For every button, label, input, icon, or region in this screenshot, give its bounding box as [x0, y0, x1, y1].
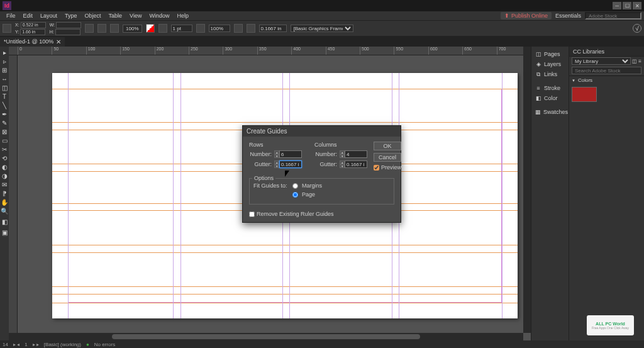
effects-icon[interactable]: [196, 24, 205, 33]
zoom-level[interactable]: 100%: [123, 25, 142, 33]
maximize-button[interactable]: ☐: [623, 2, 631, 9]
close-window-button[interactable]: ✕: [633, 2, 641, 9]
text-wrap-icon[interactable]: [234, 24, 243, 33]
color-swatch[interactable]: [572, 87, 597, 102]
cancel-button[interactable]: Cancel: [374, 153, 401, 162]
row-guide[interactable]: [52, 303, 518, 303]
menu-edit[interactable]: Edit: [19, 13, 37, 19]
library-dropdown[interactable]: My Library: [572, 57, 631, 65]
row-guide[interactable]: [52, 294, 518, 295]
cols-gutter-input[interactable]: [345, 160, 367, 168]
colors-section[interactable]: Colors: [569, 76, 644, 84]
links-panel-button[interactable]: ⧉Links: [531, 69, 569, 79]
menu-help[interactable]: Help: [173, 13, 192, 19]
document-tab[interactable]: *Untitled-1 @ 100% ✕: [0, 37, 65, 47]
horizontal-scrollbar[interactable]: [9, 333, 523, 340]
status-zoom[interactable]: 14: [3, 342, 8, 347]
flip-h-icon[interactable]: [97, 24, 106, 33]
menu-table[interactable]: Table: [105, 13, 126, 19]
row-guide[interactable]: [52, 286, 518, 287]
rows-gutter-input[interactable]: [279, 160, 302, 168]
minimize-button[interactable]: ─: [613, 2, 621, 9]
line-tool-icon[interactable]: ╲: [0, 101, 9, 109]
x-input[interactable]: [21, 22, 46, 28]
layers-panel-button[interactable]: ◈Layers: [531, 59, 569, 69]
selection-tool-icon[interactable]: ▸: [0, 48, 9, 57]
scale-field[interactable]: [209, 25, 230, 32]
rectangle-tool-icon[interactable]: ▭: [0, 136, 9, 145]
ok-button[interactable]: OK: [374, 142, 401, 150]
row-guide[interactable]: [52, 89, 518, 89]
collapsed-panels: ◫Pages ◈Layers ⧉Links ≡Stroke ◧Color ▦Sw…: [531, 47, 569, 348]
gutter-control[interactable]: [259, 25, 287, 32]
align-icon[interactable]: [247, 24, 255, 33]
row-guide[interactable]: [52, 252, 518, 253]
scissors-tool-icon[interactable]: ✂: [0, 145, 9, 154]
gradient-feather-icon[interactable]: ◑: [0, 171, 9, 180]
remove-existing-checkbox[interactable]: Remove Existing Ruler Guides: [249, 211, 394, 217]
pencil-tool-icon[interactable]: ✎: [0, 118, 9, 127]
col-guide[interactable]: [68, 73, 69, 318]
fill-stroke-icon[interactable]: ◧: [0, 215, 9, 228]
preflight-status[interactable]: No errors: [94, 342, 115, 347]
menu-layout[interactable]: Layout: [36, 13, 61, 19]
stroke-panel-button[interactable]: ≡Stroke: [531, 83, 569, 93]
fit-margins-radio[interactable]: [292, 183, 298, 189]
w-input[interactable]: [56, 22, 81, 28]
row-guide[interactable]: [52, 122, 518, 123]
vertical-scrollbar[interactable]: [523, 47, 531, 333]
gradient-swatch-icon[interactable]: ◐: [0, 162, 9, 171]
col-guide[interactable]: [173, 73, 174, 318]
preview-checkbox[interactable]: Preview: [374, 164, 401, 171]
menu-object[interactable]: Object: [81, 13, 105, 19]
rotate-icon[interactable]: [85, 24, 94, 33]
col-guide[interactable]: [180, 73, 181, 318]
workspace-switcher[interactable]: Essentials: [555, 13, 581, 19]
stroke-color-icon[interactable]: [158, 24, 167, 33]
cc-libraries-tab[interactable]: CC Libraries: [569, 47, 644, 57]
reference-point-icon[interactable]: [3, 24, 11, 33]
help-icon[interactable]: √: [633, 24, 641, 33]
vertical-ruler[interactable]: [9, 55, 18, 348]
horizontal-ruler[interactable]: 0501001502002503003504004505005506006507…: [9, 47, 531, 55]
view-mode-icon[interactable]: ▣: [0, 228, 9, 237]
adobe-stock-search[interactable]: [585, 12, 641, 20]
menu-file[interactable]: File: [3, 13, 19, 19]
row-guide[interactable]: [52, 245, 518, 245]
hand-tool-icon[interactable]: ✋: [0, 198, 9, 206]
col-guide[interactable]: [502, 73, 502, 318]
rectangle-frame-tool-icon[interactable]: ⊠: [0, 127, 9, 136]
flip-v-icon[interactable]: [110, 24, 119, 33]
pages-panel-button[interactable]: ◫Pages: [531, 49, 569, 59]
publish-online-button[interactable]: ⬆ Publish Online: [501, 12, 552, 20]
page-tool-icon[interactable]: ⊞: [0, 65, 9, 74]
note-tool-icon[interactable]: ✉: [0, 180, 9, 189]
cols-number-input[interactable]: [345, 150, 367, 158]
y-input[interactable]: [20, 29, 45, 35]
frame-style-dropdown[interactable]: [Basic Graphics Frame]: [291, 25, 353, 32]
content-collector-icon[interactable]: ◫: [0, 83, 9, 92]
zoom-tool-icon[interactable]: 🔍: [0, 206, 9, 215]
menu-type[interactable]: Type: [61, 13, 81, 19]
eyedropper-tool-icon[interactable]: ⁋: [0, 189, 9, 198]
stroke-weight[interactable]: [171, 25, 192, 32]
library-options-icon[interactable]: ◫: [632, 59, 637, 64]
library-list-icon[interactable]: ≡: [638, 59, 641, 64]
library-search[interactable]: [572, 67, 641, 74]
type-tool-icon[interactable]: T: [0, 92, 9, 101]
fill-icon[interactable]: [146, 24, 155, 33]
free-transform-icon[interactable]: ⟲: [0, 154, 9, 162]
direct-selection-tool-icon[interactable]: ▹: [0, 57, 9, 65]
page-number[interactable]: 1: [25, 342, 27, 347]
gap-tool-icon[interactable]: ↔: [0, 74, 9, 83]
pen-tool-icon[interactable]: ✒: [0, 109, 9, 118]
close-tab-icon[interactable]: ✕: [56, 38, 61, 45]
fit-page-radio[interactable]: [292, 192, 298, 198]
h-input[interactable]: [55, 29, 80, 35]
swatches-panel-button[interactable]: ▦Swatches: [531, 107, 569, 117]
menu-view[interactable]: View: [126, 13, 145, 19]
control-panel: X: Y: W: H: 100% [Basic Graphics Frame] …: [0, 20, 644, 36]
rows-number-input[interactable]: [279, 150, 302, 158]
menu-window[interactable]: Window: [145, 13, 173, 19]
color-panel-button[interactable]: ◧Color: [531, 93, 569, 103]
